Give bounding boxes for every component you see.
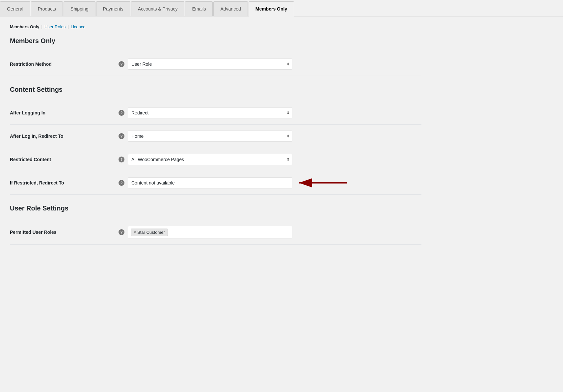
user-role-settings-section: User Role Settings Permitted User Roles … <box>10 205 421 245</box>
if-restricted-redirect-input[interactable] <box>128 177 292 188</box>
page-wrapper: GeneralProductsShippingPaymentsAccounts … <box>0 0 563 392</box>
restriction-method-select[interactable]: User Role Membership Plan Both <box>128 59 292 70</box>
after-login-redirect-controls: ? Home Shop My Account Custom URL <box>119 131 421 142</box>
after-login-redirect-row: After Log In, Redirect To ? Home Shop My… <box>10 125 421 148</box>
breadcrumb-licence[interactable]: Licence <box>71 24 86 29</box>
breadcrumb-sep-2: | <box>67 24 68 29</box>
after-login-redirect-label: After Log In, Redirect To <box>10 134 119 139</box>
restricted-content-select-wrapper: All WooCommerce Pages Shop only Products… <box>128 154 292 165</box>
if-restricted-redirect-row: If Restricted, Redirect To ? <box>10 171 421 195</box>
restriction-method-label: Restriction Method <box>10 61 119 67</box>
breadcrumb-user-roles[interactable]: User Roles <box>44 24 66 29</box>
after-logging-in-controls: ? Redirect Stay on page Go to account <box>119 107 421 118</box>
restricted-content-help-icon[interactable]: ? <box>119 157 124 162</box>
tab-emails[interactable]: Emails <box>185 1 213 16</box>
permitted-user-roles-label: Permitted User Roles <box>10 230 119 235</box>
breadcrumb: Members Only | User Roles | Licence <box>10 24 421 29</box>
restricted-content-select[interactable]: All WooCommerce Pages Shop only Products… <box>128 154 292 165</box>
content-settings-section: Content Settings After Logging In ? Redi… <box>10 86 421 195</box>
red-arrow-annotation <box>296 176 348 189</box>
permitted-user-roles-tag-input[interactable]: × Star Customer <box>128 226 292 238</box>
page-title: Members Only <box>10 37 421 45</box>
breadcrumb-sep-1: | <box>41 24 42 29</box>
after-logging-in-select[interactable]: Redirect Stay on page Go to account <box>128 107 292 118</box>
if-restricted-redirect-label: If Restricted, Redirect To <box>10 180 119 185</box>
tab-advanced[interactable]: Advanced <box>213 1 248 16</box>
tab-shipping[interactable]: Shipping <box>64 1 95 16</box>
permitted-user-roles-controls: ? × Star Customer <box>119 226 421 238</box>
tabs-bar: GeneralProductsShippingPaymentsAccounts … <box>0 0 563 16</box>
restriction-method-controls: ? User Role Membership Plan Both <box>119 59 421 70</box>
after-login-redirect-select[interactable]: Home Shop My Account Custom URL <box>128 131 292 142</box>
restriction-method-select-wrapper: User Role Membership Plan Both <box>128 59 292 70</box>
breadcrumb-current: Members Only <box>10 24 40 29</box>
if-restricted-redirect-controls: ? <box>119 177 421 188</box>
restriction-method-row: Restriction Method ? User Role Membershi… <box>10 53 421 76</box>
after-logging-in-help-icon[interactable]: ? <box>119 110 124 116</box>
restriction-section: Restriction Method ? User Role Membershi… <box>10 53 421 76</box>
restricted-content-controls: ? All WooCommerce Pages Shop only Produc… <box>119 154 421 165</box>
main-content: Members Only | User Roles | Licence Memb… <box>0 16 431 262</box>
after-login-redirect-help-icon[interactable]: ? <box>119 133 124 139</box>
tag-star-customer: × Star Customer <box>131 229 168 236</box>
if-restricted-redirect-help-icon[interactable]: ? <box>119 180 124 186</box>
after-logging-in-row: After Logging In ? Redirect Stay on page… <box>10 101 421 125</box>
restricted-redirect-wrapper <box>128 177 292 188</box>
tab-accounts-privacy[interactable]: Accounts & Privacy <box>131 1 185 16</box>
after-login-redirect-select-wrapper: Home Shop My Account Custom URL <box>128 131 292 142</box>
permitted-user-roles-help-icon[interactable]: ? <box>119 229 124 235</box>
restricted-content-row: Restricted Content ? All WooCommerce Pag… <box>10 148 421 171</box>
content-settings-title: Content Settings <box>10 86 421 93</box>
after-logging-in-label: After Logging In <box>10 110 119 115</box>
restricted-content-label: Restricted Content <box>10 157 119 162</box>
tag-star-customer-label: Star Customer <box>137 230 165 235</box>
permitted-user-roles-row: Permitted User Roles ? × Star Customer <box>10 220 421 245</box>
tab-members-only[interactable]: Members Only <box>249 1 294 16</box>
user-role-settings-title: User Role Settings <box>10 205 421 212</box>
tab-payments[interactable]: Payments <box>96 1 130 16</box>
tab-products[interactable]: Products <box>31 1 63 16</box>
after-logging-in-select-wrapper: Redirect Stay on page Go to account <box>128 107 292 118</box>
restriction-method-help-icon[interactable]: ? <box>119 61 124 67</box>
tag-star-customer-remove[interactable]: × <box>134 230 136 234</box>
tab-general[interactable]: General <box>0 1 30 16</box>
